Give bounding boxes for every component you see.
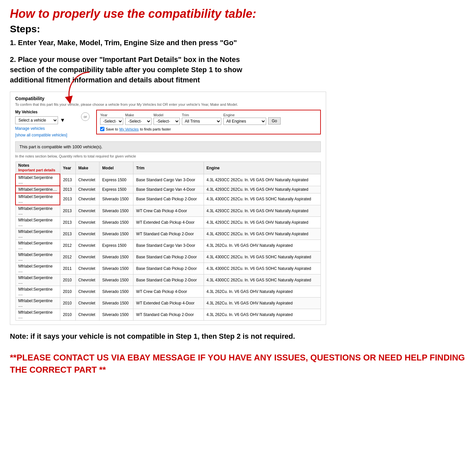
cell-make: Chevrolet [75, 286, 99, 298]
table-row: Mfrlabel:Serpentine .... 2013 Chevrolet … [15, 228, 321, 240]
cell-notes: Mfrlabel:Serpentine .... [15, 298, 60, 309]
cell-trim: Base Standard Cab Pickup 2-Door [133, 263, 204, 274]
cell-year: 2010 [60, 286, 75, 298]
cell-engine: 4.3L 4300CC 262Cu. In. V6 GAS SOHC Natur… [204, 251, 321, 263]
trim-label: Trim [182, 113, 221, 117]
cell-trim: Base Standard Cargo Van 3-Door [133, 174, 204, 186]
cell-model: Silverado 1500 [99, 193, 133, 205]
trim-select[interactable]: All Trims [182, 118, 221, 125]
cell-make: Chevrolet [75, 309, 99, 321]
save-checkbox-label: Save to [106, 127, 118, 131]
cell-engine: 4.3L 4293CC 262Cu. In. V6 GAS OHV Natura… [204, 217, 321, 228]
cell-make: Chevrolet [75, 251, 99, 263]
cell-year: 2012 [60, 240, 75, 251]
show-all-link[interactable]: [show all compatible vehicles] [15, 133, 74, 137]
cell-model: Express 1500 [99, 186, 133, 193]
cell-model: Silverado 1500 [99, 309, 133, 321]
cell-make: Chevrolet [75, 186, 99, 193]
engine-label: Engine [223, 113, 266, 117]
cell-year: 2013 [60, 228, 75, 240]
cell-notes: Mfrlabel:Serpentine .... [15, 251, 60, 263]
cell-make: Chevrolet [75, 174, 99, 186]
col-notes: Notes Important part details [15, 162, 60, 174]
compat-subtitle: To confirm that this part fits your vehi… [15, 102, 321, 106]
manage-vehicles-link[interactable]: Manage vehicles [15, 126, 74, 131]
save-row: Save to My Vehicles to finds parts faste… [100, 127, 317, 131]
cell-trim: WT Extended Cab Pickup 4-Door [133, 298, 204, 309]
cell-model: Silverado 1500 [99, 286, 133, 298]
model-label: Model [154, 113, 180, 117]
cell-engine: 4.3L 4293CC 262Cu. In. V6 GAS OHV Natura… [204, 186, 321, 193]
cell-make: Chevrolet [75, 193, 99, 205]
table-row: Mfrlabel:Serpentine .... 2010 Chevrolet … [15, 286, 321, 298]
step2-wrapper: 2. Place your mouse over "Important Part… [10, 55, 326, 325]
or-circle: or [81, 112, 90, 121]
save-checkbox[interactable] [100, 127, 104, 131]
my-vehicles-save-link[interactable]: My Vehicles [119, 127, 139, 131]
vehicle-select[interactable]: Select a vehicle [15, 116, 58, 124]
table-row: Mfrlabel:Serpentine .... 2011 Chevrolet … [15, 263, 321, 274]
cell-notes: Mfrlabel:Serpentine.... [15, 186, 60, 193]
cell-notes: Mfrlabel:Serpentine .... [15, 205, 60, 217]
cell-trim: Base Standard Cab Pickup 2-Door [133, 274, 204, 286]
table-row: Mfrlabel:Serpentine .... 2012 Chevrolet … [15, 240, 321, 251]
cell-make: Chevrolet [75, 240, 99, 251]
table-row: Mfrlabel:Serpentine .... 2013 Chevrolet … [15, 217, 321, 228]
cell-notes: Mfrlabel:Serpentine .... [15, 228, 60, 240]
cell-year: 2013 [60, 205, 75, 217]
save-suffix-text: to finds parts faster [140, 127, 171, 131]
step1-text: 1. Enter Year, Make, Model, Trim, Engine… [10, 38, 466, 48]
compat-top-row: My Vehicles Select a vehicle ▼ Manage ve… [15, 110, 321, 137]
cell-notes: Mfrlabel:Serpentine .... [15, 286, 60, 298]
make-select[interactable]: -Select- [125, 118, 152, 125]
cell-model: Silverado 1500 [99, 263, 133, 274]
model-select[interactable]: -Select- [154, 118, 180, 125]
year-field-group: Year -Select- [100, 113, 123, 125]
table-row: Mfrlabel:Serpentine .... 2010 Chevrolet … [15, 298, 321, 309]
cell-make: Chevrolet [75, 205, 99, 217]
go-button[interactable]: Go [268, 117, 281, 125]
dropdown-arrow-icon: ▼ [60, 117, 65, 123]
cell-year: 2010 [60, 298, 75, 309]
my-vehicles-section: My Vehicles Select a vehicle ▼ Manage ve… [15, 110, 74, 137]
compat-title: Compatibility [15, 96, 321, 101]
year-select[interactable]: -Select- [100, 118, 123, 125]
cell-year: 2012 [60, 251, 75, 263]
contact-text: **PLEASE CONTACT US VIA EBAY MESSAGE IF … [10, 352, 466, 376]
cell-notes: Mfrlabel:Serpentine .... [15, 174, 60, 186]
steps-label: Steps: [10, 23, 466, 35]
compatibility-table: Notes Important part details Year Make M… [15, 161, 321, 321]
cell-engine: 4.3L 262Cu. In. V6 GAS OHV Naturally Asp… [204, 309, 321, 321]
cell-notes: Mfrlabel:Serpentine .... [15, 274, 60, 286]
cell-trim: WT Extended Cab Pickup 4-Door [133, 217, 204, 228]
make-field-group: Make -Select- [125, 113, 152, 125]
table-row: Mfrlabel:Serpentine .... 2010 Chevrolet … [15, 274, 321, 286]
cell-trim: WT Standard Cab Pickup 2-Door [133, 228, 204, 240]
my-vehicles-label: My Vehicles [15, 110, 74, 114]
table-row: Mfrlabel:Serpentine .... 2012 Chevrolet … [15, 251, 321, 263]
cell-year: 2013 [60, 193, 75, 205]
step2-text: 2. Place your mouse over "Important Part… [10, 55, 326, 85]
table-row: Mfrlabel:Serpentine .... 2013 Chevrolet … [15, 193, 321, 205]
note-text: Note: if it says your vehicle is not com… [10, 331, 466, 342]
table-row: Mfrlabel:Serpentine .... 2013 Chevrolet … [15, 174, 321, 186]
year-make-row: Year -Select- Make -Select- Model [100, 113, 317, 125]
cell-model: Silverado 1500 [99, 205, 133, 217]
col-model: Model [99, 162, 133, 174]
cell-notes: Mfrlabel:Serpentine .... [15, 193, 60, 205]
trim-field-group: Trim All Trims [182, 113, 221, 125]
cell-model: Silverado 1500 [99, 228, 133, 240]
cell-engine: 4.3L 4300CC 262Cu. In. V6 GAS SOHC Natur… [204, 263, 321, 274]
compatible-info-box: This part is compatible with 1000 vehicl… [15, 141, 321, 152]
table-row: Mfrlabel:Serpentine .... 2010 Chevrolet … [15, 309, 321, 321]
model-field-group: Model -Select- [154, 113, 180, 125]
col-make: Make [75, 162, 99, 174]
cell-model: Silverado 1500 [99, 251, 133, 263]
cell-make: Chevrolet [75, 263, 99, 274]
vehicle-select-row: Select a vehicle ▼ [15, 116, 74, 124]
year-label: Year [100, 113, 123, 117]
make-label: Make [125, 113, 152, 117]
col-trim: Trim [133, 162, 204, 174]
engine-select[interactable]: All Engines [223, 118, 266, 125]
table-row: Mfrlabel:Serpentine.... 2013 Chevrolet E… [15, 186, 321, 193]
